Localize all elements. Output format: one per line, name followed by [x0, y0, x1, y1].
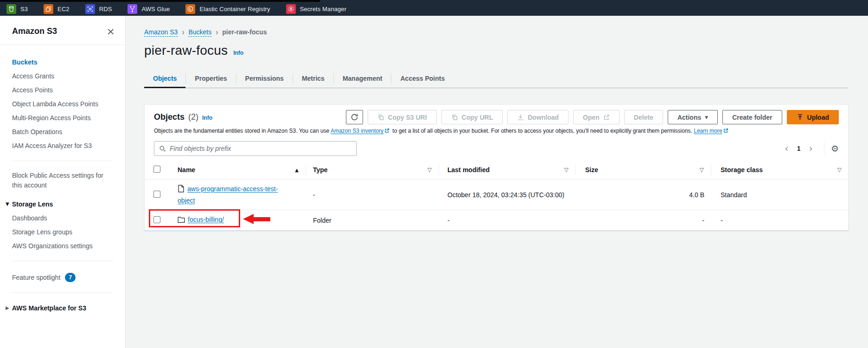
copy-icon [377, 114, 384, 121]
folder-link[interactable]: focus-billing/ [188, 216, 224, 223]
page-number[interactable]: 1 [793, 145, 804, 152]
objects-toolbar: Copy S3 URI Copy URL Download Open Delet… [346, 110, 839, 124]
objects-heading: Objects [154, 112, 185, 122]
upload-button[interactable]: Upload [787, 110, 839, 124]
column-header-last-modified[interactable]: Last modified▽ [439, 161, 576, 180]
refresh-button[interactable] [346, 110, 363, 124]
preferences-gear-icon[interactable]: ⚙ [831, 143, 839, 154]
row-checkbox[interactable] [153, 216, 160, 223]
filter-icon[interactable]: ▽ [837, 167, 842, 173]
tab-objects[interactable]: Objects [144, 69, 185, 88]
copy-s3-uri-button[interactable]: Copy S3 URI [368, 110, 437, 124]
copy-url-button[interactable]: Copy URL [441, 110, 503, 124]
search-icon [159, 145, 166, 152]
page-info-link[interactable]: Info [233, 50, 243, 56]
sidebar-item-storage-lens-groups[interactable]: Storage Lens groups [12, 225, 113, 239]
feature-spotlight-badge: 7 [65, 273, 76, 282]
tab-management[interactable]: Management [334, 69, 391, 88]
object-type: Folder [306, 210, 439, 231]
service-shortcut-secrets-manager[interactable]: Secrets Manager [286, 4, 347, 14]
breadcrumb-buckets[interactable]: Buckets [188, 28, 211, 36]
service-shortcut-glue[interactable]: AWS Glue [128, 4, 170, 14]
main-content: Amazon S3 › Buckets › pier-raw-focus pie… [126, 16, 868, 348]
select-all-checkbox-cell [145, 161, 171, 180]
sidebar-item-aws-organizations-settings[interactable]: AWS Organizations settings [12, 239, 113, 253]
s3-sidebar: Amazon S3 × Buckets Access Grants Access… [0, 16, 126, 348]
breadcrumb-amazon-s3[interactable]: Amazon S3 [144, 28, 178, 36]
window-edge-strip [0, 0, 320, 2]
tab-metrics[interactable]: Metrics [293, 69, 333, 88]
sidebar-item-iam-access-analyzer[interactable]: IAM Access Analyzer for S3 [12, 139, 113, 153]
learn-more-link[interactable]: Learn more [694, 128, 722, 134]
column-header-storage-class[interactable]: Storage class▽ [711, 161, 849, 180]
search-box [154, 141, 357, 156]
divider [824, 142, 824, 155]
sidebar-item-block-public-access[interactable]: Block Public Access settings for this ac… [0, 161, 125, 190]
s3-inventory-link[interactable]: Amazon S3 inventory [331, 128, 383, 134]
object-type: - [306, 180, 439, 210]
object-last-modified: October 18, 2024, 03:24:35 (UTC-03:00) [439, 180, 576, 210]
objects-panel: Objects (2) Info Copy S3 URI Copy URL [144, 104, 849, 231]
download-icon [517, 114, 524, 121]
tab-permissions[interactable]: Permissions [236, 69, 293, 88]
favorites-bar: S3 EC2 RDS AWS Glue Elastic Container Re… [0, 0, 868, 16]
file-icon [178, 185, 185, 195]
previous-page-icon[interactable]: ‹ [780, 144, 793, 153]
service-shortcut-ecr[interactable]: Elastic Container Registry [185, 4, 270, 14]
service-shortcut-ec2[interactable]: EC2 [44, 4, 70, 14]
table-row: focus-billing/ Folder - - - [145, 210, 849, 231]
delete-button[interactable]: Delete [624, 110, 663, 124]
objects-count: (2) [188, 112, 198, 122]
column-header-size[interactable]: Size▽ [576, 161, 711, 180]
object-name-cell: focus-billing/ [171, 210, 306, 231]
sidebar-item-access-points[interactable]: Access Points [12, 83, 113, 97]
table-header-row: Name▲ Type▽ Last modified▽ Size▽ Storage… [145, 161, 849, 180]
sort-ascending-icon[interactable]: ▲ [295, 168, 299, 173]
objects-info-link[interactable]: Info [202, 115, 212, 121]
create-folder-button[interactable]: Create folder [722, 110, 782, 124]
tab-access-points[interactable]: Access Points [391, 69, 453, 88]
filter-icon[interactable]: ▽ [428, 167, 432, 173]
download-button[interactable]: Download [507, 110, 568, 124]
folder-icon [178, 216, 185, 226]
breadcrumb-current: pier-raw-focus [222, 28, 267, 36]
object-name-cell: aws-programmatic-access-test-object [171, 180, 306, 210]
sidebar-section-storage-lens[interactable]: ▼ Storage Lens [0, 190, 125, 209]
sidebar-item-access-grants[interactable]: Access Grants [12, 69, 113, 83]
service-shortcut-s3[interactable]: S3 [6, 4, 28, 14]
open-button[interactable]: Open [573, 110, 619, 124]
sidebar-item-batch-operations[interactable]: Batch Operations [12, 125, 113, 139]
search-input[interactable] [170, 145, 351, 152]
row-checkbox[interactable] [153, 191, 160, 198]
sidebar-item-multi-region-access-points[interactable]: Multi-Region Access Points [12, 111, 113, 125]
sidebar-section-aws-marketplace[interactable]: ▶ AWS Marketplace for S3 [0, 293, 125, 313]
object-size: 4.0 B [576, 180, 711, 210]
breadcrumb: Amazon S3 › Buckets › pier-raw-focus [126, 16, 868, 36]
next-page-icon[interactable]: › [804, 144, 817, 153]
object-last-modified: - [439, 210, 576, 231]
object-storage-class: - [711, 210, 849, 231]
close-icon[interactable]: × [107, 27, 115, 36]
sidebar-item-buckets[interactable]: Buckets [12, 55, 113, 69]
object-link[interactable]: aws-programmatic-access-test-object [178, 185, 278, 204]
objects-table: Name▲ Type▽ Last modified▽ Size▽ Storage… [145, 161, 849, 230]
column-header-name[interactable]: Name▲ [171, 161, 306, 180]
sidebar-item-object-lambda-access-points[interactable]: Object Lambda Access Points [12, 97, 113, 111]
filter-icon[interactable]: ▽ [700, 167, 704, 173]
sidebar-item-dashboards[interactable]: Dashboards [12, 211, 113, 225]
upload-icon [797, 114, 804, 121]
bucket-tabs: Objects Properties Permissions Metrics M… [144, 69, 849, 88]
chevron-down-icon: ▼ [6, 199, 9, 209]
filter-icon[interactable]: ▽ [564, 167, 568, 173]
secrets-manager-icon [286, 4, 296, 14]
external-link-icon [603, 114, 610, 121]
service-shortcut-rds[interactable]: RDS [85, 4, 112, 14]
tab-properties[interactable]: Properties [186, 69, 236, 88]
select-all-checkbox[interactable] [153, 166, 160, 173]
object-size: - [576, 210, 711, 231]
copy-icon [451, 114, 458, 121]
actions-button[interactable]: Actions ▼ [668, 110, 718, 124]
ec2-icon [44, 4, 53, 14]
sidebar-item-feature-spotlight[interactable]: Feature spotlight 7 [0, 261, 125, 284]
column-header-type[interactable]: Type▽ [306, 161, 439, 180]
